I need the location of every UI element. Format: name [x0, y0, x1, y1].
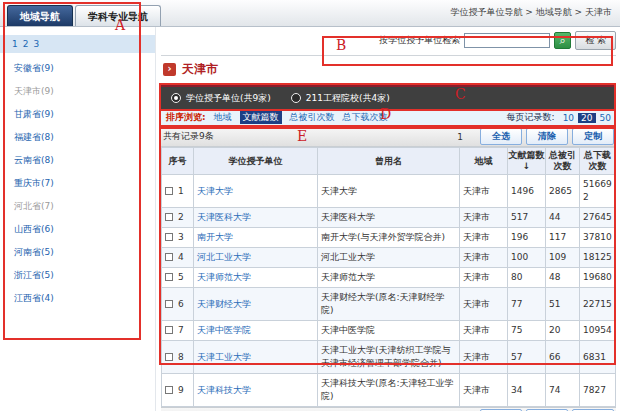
- sidebar-item-province[interactable]: 河北省(7): [14, 200, 155, 213]
- sort-option[interactable]: 总被引次数: [290, 111, 335, 124]
- papers-count-cell: 34: [508, 374, 546, 407]
- search-icon[interactable]: ⌕: [554, 32, 571, 49]
- sidebar-item-province[interactable]: 重庆市(7): [14, 177, 155, 190]
- region-cell: 天津市: [460, 175, 508, 208]
- downloads-count-cell: 10954: [580, 321, 616, 341]
- institution-link[interactable]: 天津科技大学: [197, 385, 251, 395]
- search-button[interactable]: 检 索: [575, 31, 616, 50]
- sidebar-item-province[interactable]: 浙江省(5): [14, 269, 155, 282]
- sort-bar: 排序浏览: 地域文献篇数总被引次数总下载次数 每页记录数: 102050: [161, 109, 616, 126]
- page-size-option[interactable]: 10: [563, 113, 574, 123]
- search-label: 按学位授予单位检索: [379, 34, 460, 47]
- row-index: 2: [178, 212, 184, 222]
- institution-link[interactable]: 天津中医学院: [197, 325, 251, 335]
- column-header-cited: 总被引次数: [546, 148, 580, 175]
- sidebar-item-province[interactable]: 安徽省(9): [14, 62, 155, 75]
- row-checkbox[interactable]: [165, 253, 173, 261]
- customize-button[interactable]: 定制: [572, 128, 614, 145]
- row-checkbox[interactable]: [165, 273, 173, 281]
- papers-count-cell: 100: [508, 248, 546, 268]
- region-cell: 天津市: [460, 228, 508, 248]
- row-checkbox[interactable]: [165, 386, 173, 394]
- column-header-downloads: 总下载次数: [580, 148, 616, 175]
- cited-count-cell: 48: [546, 268, 580, 288]
- radio-label: 学位授予单位(共9家): [186, 92, 271, 105]
- row-index: 4: [178, 252, 184, 262]
- clear-button[interactable]: 清除: [526, 128, 568, 145]
- sort-option[interactable]: 文献篇数: [240, 111, 282, 124]
- institution-link[interactable]: 南开大学: [197, 232, 233, 242]
- former-name-cell: 天津科技大学(原名:天津轻工业学院): [318, 374, 460, 407]
- row-checkbox[interactable]: [165, 233, 173, 241]
- sidebar-item-province[interactable]: 天津市(9): [14, 85, 155, 98]
- tab-discipline-nav[interactable]: 学科专业导航: [75, 5, 161, 26]
- row-checkbox[interactable]: [165, 187, 173, 195]
- row-checkbox[interactable]: [165, 326, 173, 334]
- table-row: 1 天津大学 天津大学 天津市 1496 2865 516692: [162, 175, 616, 208]
- record-count: 共有记录9条: [163, 130, 440, 143]
- cited-count-cell: 44: [546, 208, 580, 228]
- papers-count-cell: 57: [508, 341, 546, 374]
- sort-option[interactable]: 地域: [214, 111, 232, 124]
- former-name-cell: 天津中医学院: [318, 321, 460, 341]
- region-cell: 天津市: [460, 288, 508, 321]
- page-size-option[interactable]: 20: [578, 113, 595, 123]
- institution-link[interactable]: 河北工业大学: [197, 252, 251, 262]
- table-row: 7 天津中医学院 天津中医学院 天津市 75 20 10954: [162, 321, 616, 341]
- row-checkbox[interactable]: [165, 353, 173, 361]
- table-row: 6 天津财经大学 天津财经大学(原名:天津财经学院) 天津市 77 51 227…: [162, 288, 616, 321]
- sidebar-item-province[interactable]: 甘肃省(9): [14, 108, 155, 121]
- select-all-button[interactable]: 全选: [480, 128, 522, 145]
- region-header: › 天津市: [161, 56, 616, 83]
- institution-type-radio[interactable]: 学位授予单位(共9家): [171, 92, 271, 105]
- papers-count-cell: 80: [508, 268, 546, 288]
- table-row: 3 南开大学 南开大学(与天津外贸学院合并) 天津市 196 117 37810: [162, 228, 616, 248]
- page-size-group: 每页记录数: 102050: [507, 111, 611, 124]
- former-name-cell: 天津财经大学(原名:天津财经学院): [318, 288, 460, 321]
- papers-count-cell: 75: [508, 321, 546, 341]
- row-checkbox[interactable]: [165, 300, 173, 308]
- row-index: 3: [178, 232, 184, 242]
- pagination-link[interactable]: 1: [12, 39, 18, 49]
- tab-region-nav[interactable]: 地域导航: [7, 5, 73, 26]
- institution-link[interactable]: 天津医科大学: [197, 212, 251, 222]
- institution-link[interactable]: 天津大学: [197, 186, 233, 196]
- pagination-link[interactable]: 2: [23, 39, 29, 49]
- row-index: 6: [178, 299, 184, 309]
- sidebar-item-province[interactable]: 江西省(4): [14, 292, 155, 305]
- pagination-link[interactable]: 3: [33, 39, 39, 49]
- degree-unit-navigator-page: 地域导航 学科专业导航 学位授予单位导航 > 地域导航 > 天津市 123 安徽…: [0, 0, 620, 411]
- page-size-option[interactable]: 50: [600, 113, 611, 123]
- sort-options-group: 排序浏览: 地域文献篇数总被引次数总下载次数: [166, 111, 388, 124]
- region-cell: 天津市: [460, 374, 508, 407]
- downloads-count-cell: 6831: [580, 341, 616, 374]
- sidebar-item-province[interactable]: 河南省(5): [14, 246, 155, 259]
- search-bar: 按学位授予单位检索 ⌕ 检 索: [161, 27, 616, 56]
- region-cell: 天津市: [460, 248, 508, 268]
- downloads-count-cell: 516692: [580, 175, 616, 208]
- table-row: 8 天津工业大学 天津工业大学(天津纺织工学院与天津市经济管理干部学院合并) 天…: [162, 341, 616, 374]
- sidebar-region-list: 123 安徽省(9) 天津市(9) 甘肃省(9) 福建省(8) 云南省(8) 重…: [0, 27, 156, 411]
- sidebar-item-province[interactable]: 云南省(8): [14, 154, 155, 167]
- sort-descending-icon: ↓: [508, 161, 545, 172]
- toolbar-bottom: 共有记录9条 1 全选 清除 定制: [161, 407, 616, 411]
- toolbar-top: 共有记录9条 1 全选 清除 定制: [161, 126, 616, 147]
- cited-count-cell: 20: [546, 321, 580, 341]
- institution-type-radio[interactable]: 211工程院校(共4家): [291, 92, 390, 105]
- downloads-count-cell: 37810: [580, 228, 616, 248]
- radio-icon: [171, 93, 181, 103]
- sidebar-item-province[interactable]: 福建省(8): [14, 131, 155, 144]
- former-name-cell: 天津师范大学: [318, 268, 460, 288]
- sidebar-item-province[interactable]: 山西省(6): [14, 223, 155, 236]
- search-input[interactable]: [464, 33, 550, 48]
- row-index: 1: [178, 186, 184, 196]
- sort-option[interactable]: 总下载次数: [343, 111, 388, 124]
- sort-browse-label: 排序浏览:: [166, 111, 206, 124]
- institution-link[interactable]: 天津师范大学: [197, 272, 251, 282]
- institution-link[interactable]: 天津财经大学: [197, 299, 251, 309]
- institution-link[interactable]: 天津工业大学: [197, 352, 251, 362]
- row-checkbox[interactable]: [165, 213, 173, 221]
- region-cell: 天津市: [460, 208, 508, 228]
- row-index: 8: [178, 352, 184, 362]
- page-number: 1: [440, 132, 480, 142]
